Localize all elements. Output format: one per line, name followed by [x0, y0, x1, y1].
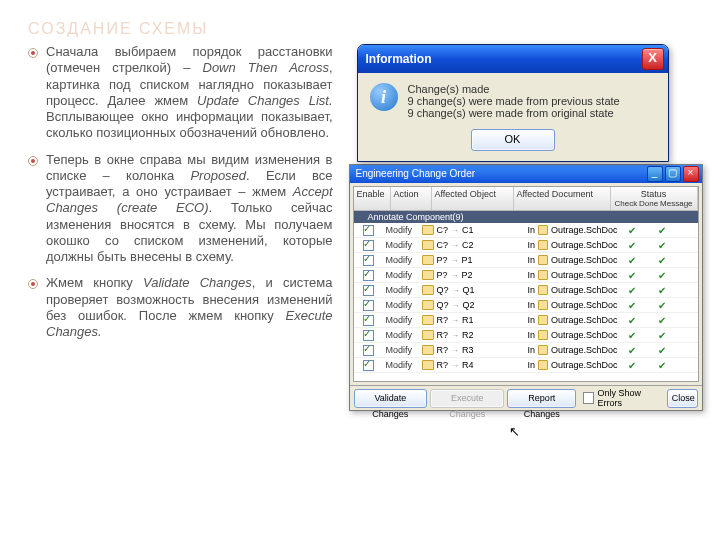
eco-footer: Validate Changes Execute Changes Report …: [350, 385, 702, 410]
file-icon: [422, 255, 434, 265]
eco-grid: Enable Action Affected Object Affected D…: [353, 186, 699, 382]
checkbox-icon[interactable]: [363, 300, 374, 311]
table-row[interactable]: ModifyR?→R3InOutrage.SchDoc✔✔: [354, 343, 698, 358]
file-icon: [538, 255, 548, 265]
file-icon: [422, 285, 434, 295]
list-item: Жмем кнопку Validate Changes, и система …: [28, 275, 333, 340]
checkbox-icon[interactable]: [363, 270, 374, 281]
info-dialog-message: Change(s) made 9 change(s) were made fro…: [408, 83, 620, 119]
file-icon: [538, 300, 548, 310]
table-row[interactable]: ModifyP?→P1InOutrage.SchDoc✔✔: [354, 253, 698, 268]
ok-button[interactable]: OK: [471, 129, 555, 151]
checkbox-icon[interactable]: [363, 315, 374, 326]
eco-window: Engineering Change Order _ ▢ × Enable Ac…: [349, 164, 703, 411]
execute-changes-button: Execute Changes: [430, 389, 504, 408]
file-icon: [538, 345, 548, 355]
file-icon: [538, 330, 548, 340]
checkbox-icon[interactable]: [363, 240, 374, 251]
table-row[interactable]: ModifyR?→R2InOutrage.SchDoc✔✔: [354, 328, 698, 343]
list-item: Сначала выбираем порядок расстановки (от…: [28, 44, 333, 142]
file-icon: [422, 240, 434, 250]
validate-changes-button[interactable]: Validate Changes: [354, 389, 428, 408]
checkbox-icon[interactable]: [363, 255, 374, 266]
file-icon: [422, 330, 434, 340]
file-icon: [538, 225, 548, 235]
info-dialog: Information X i Change(s) made 9 change(…: [357, 44, 669, 162]
table-row[interactable]: ModifyP?→P2InOutrage.SchDoc✔✔: [354, 268, 698, 283]
grid-header: Enable Action Affected Object Affected D…: [354, 187, 698, 211]
maximize-icon[interactable]: ▢: [665, 166, 681, 182]
eco-titlebar: Engineering Change Order _ ▢ ×: [350, 165, 702, 183]
list-item: Теперь в окне справа мы видим изменения …: [28, 152, 333, 266]
table-row[interactable]: ModifyC?→C1InOutrage.SchDoc✔✔: [354, 223, 698, 238]
info-dialog-titlebar: Information X: [358, 45, 668, 73]
table-row[interactable]: ModifyR?→R1InOutrage.SchDoc✔✔: [354, 313, 698, 328]
table-row[interactable]: ModifyQ?→Q2InOutrage.SchDoc✔✔: [354, 298, 698, 313]
info-icon: i: [370, 83, 398, 111]
file-icon: [422, 300, 434, 310]
checkbox-icon[interactable]: [363, 330, 374, 341]
table-row[interactable]: ModifyR?→R4InOutrage.SchDoc✔✔: [354, 358, 698, 373]
file-icon: [538, 270, 548, 280]
file-icon: [422, 360, 434, 370]
table-row[interactable]: ModifyC?→C2InOutrage.SchDoc✔✔: [354, 238, 698, 253]
close-icon[interactable]: ×: [683, 166, 699, 182]
file-icon: [422, 225, 434, 235]
cursor-icon: ↖: [509, 424, 520, 439]
file-icon: [538, 360, 548, 370]
page-title: СОЗДАНИЕ СХЕМЫ: [28, 20, 706, 38]
file-icon: [538, 240, 548, 250]
checkbox-icon[interactable]: [363, 225, 374, 236]
only-show-errors-checkbox[interactable]: Only Show Errors: [583, 388, 660, 408]
minimize-icon[interactable]: _: [647, 166, 663, 182]
screenshot-area: Information X i Change(s) made 9 change(…: [349, 44, 706, 350]
file-icon: [422, 345, 434, 355]
close-icon[interactable]: X: [642, 48, 664, 70]
close-button[interactable]: Close: [667, 389, 698, 408]
file-icon: [422, 315, 434, 325]
file-icon: [538, 315, 548, 325]
checkbox-icon[interactable]: [363, 345, 374, 356]
checkbox-icon[interactable]: [363, 285, 374, 296]
checkbox-icon[interactable]: [363, 360, 374, 371]
table-row[interactable]: ModifyQ?→Q1InOutrage.SchDoc✔✔: [354, 283, 698, 298]
text-column: Сначала выбираем порядок расстановки (от…: [28, 44, 333, 350]
info-dialog-title: Information: [366, 52, 642, 66]
file-icon: [538, 285, 548, 295]
group-row[interactable]: Annotate Component(9): [354, 211, 698, 223]
report-changes-button[interactable]: Report Changes: [507, 389, 576, 408]
file-icon: [422, 270, 434, 280]
